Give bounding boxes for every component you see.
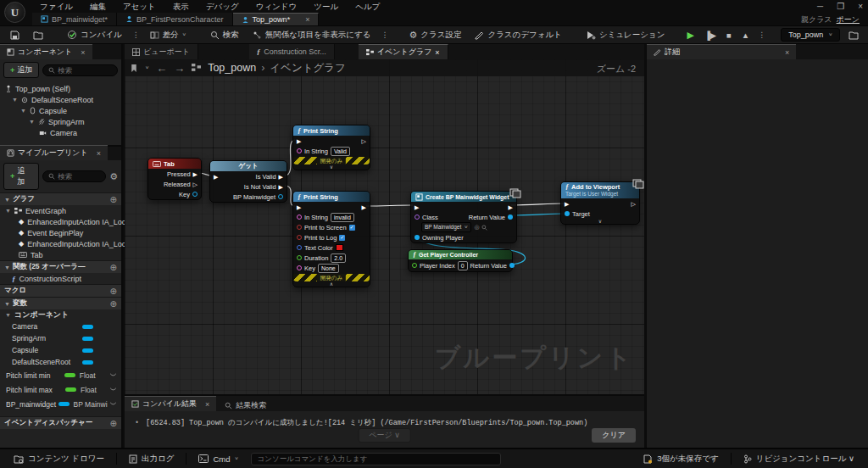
- menu-help[interactable]: ヘルプ: [348, 0, 387, 13]
- browse-debug-button[interactable]: [843, 29, 864, 42]
- int-pin[interactable]: [412, 263, 417, 268]
- node-print-string-valid[interactable]: ƒ Print String ▶▷ In StringValid 開発のみ ∨: [292, 125, 370, 170]
- return-value-pin[interactable]: [508, 214, 513, 220]
- myblueprint-search[interactable]: [42, 170, 106, 182]
- string-pin[interactable]: [297, 214, 302, 220]
- object-pin[interactable]: [278, 194, 283, 199]
- class-settings-button[interactable]: ⚙ クラス設定: [403, 28, 466, 42]
- maximize-button[interactable]: ❐: [837, 2, 844, 11]
- tab-viewport[interactable]: ビューポート: [125, 44, 198, 59]
- tab-components[interactable]: コンポーネント ×: [0, 44, 92, 59]
- variable-capsule[interactable]: Capsule: [0, 344, 121, 356]
- return-value-pin[interactable]: [509, 263, 515, 268]
- save-button[interactable]: [5, 29, 25, 42]
- nav-forward-button[interactable]: →: [174, 62, 185, 75]
- browse-icon[interactable]: [481, 225, 487, 231]
- node-print-string-invalid[interactable]: ƒ Print String ▶▶ In Stringinvalid Print…: [292, 191, 370, 287]
- class-defaults-button[interactable]: クラスのデフォルト: [470, 28, 567, 42]
- compile-button[interactable]: コンパイル: [62, 28, 127, 42]
- variable-bp-mainwidget[interactable]: BP_mainwidget BP Mainwi: [0, 397, 121, 411]
- bool-pin[interactable]: [297, 225, 302, 230]
- add-macro-icon[interactable]: ⊕: [110, 287, 117, 296]
- myblueprint-search-input[interactable]: [58, 172, 100, 181]
- add-function-icon[interactable]: ⊕: [110, 263, 117, 272]
- close-icon[interactable]: ×: [81, 48, 85, 57]
- minimize-button[interactable]: ─: [817, 2, 823, 11]
- play-options-kebab[interactable]: ⋮: [756, 31, 767, 39]
- result-search[interactable]: 結果検索: [216, 400, 275, 411]
- exec-pin[interactable]: ▶: [279, 184, 283, 190]
- components-search-input[interactable]: [58, 66, 112, 75]
- parent-class-link[interactable]: ポーン: [837, 15, 860, 24]
- menu-asset[interactable]: アセット: [115, 0, 164, 13]
- variable-defaultsceneroot[interactable]: DefaultSceneRoot: [0, 356, 121, 368]
- exec-in-pin[interactable]: ▶: [297, 138, 301, 144]
- in-string-value[interactable]: Valid: [331, 147, 350, 156]
- exec-out-pin[interactable]: ▷: [362, 138, 366, 144]
- collapse-node-chevron[interactable]: ∧: [293, 281, 370, 287]
- expand-node-chevron[interactable]: ∨: [293, 164, 370, 170]
- graph-item-enhancedinput-1[interactable]: ◆ EnhancedInputAction IA_Look: [0, 216, 121, 227]
- menu-edit[interactable]: 編集: [82, 0, 114, 13]
- diff-button[interactable]: 差分 ∨: [145, 28, 192, 42]
- color-swatch-red[interactable]: [336, 244, 343, 251]
- exec-pin[interactable]: ▶: [279, 174, 283, 180]
- compile-options-kebab[interactable]: ⋮: [131, 31, 142, 39]
- breadcrumb-leaf[interactable]: イベントグラフ: [270, 61, 346, 75]
- chevron-down-icon[interactable]: ∨: [145, 65, 149, 70]
- exec-in-pin[interactable]: ▶: [214, 174, 218, 180]
- tree-item-defaultsceneroot[interactable]: ▼ DefaultSceneRoot: [0, 94, 121, 105]
- tree-item-camera[interactable]: Camera: [0, 127, 121, 138]
- class-select-dropdown[interactable]: BP Mainwidget∨: [421, 222, 471, 232]
- console-command-input[interactable]: [251, 453, 501, 465]
- expand-node-chevron[interactable]: ∨: [561, 219, 639, 224]
- expand-arrow-icon[interactable]: ▼: [20, 108, 26, 114]
- graph-item-enhancedinput-2[interactable]: ◆ EnhancedInputAction IA_Look: [0, 238, 121, 249]
- node-create-widget[interactable]: Create BP Mainwidget Widget ▶▶ Class Ret…: [410, 191, 517, 243]
- revision-control-button[interactable]: リビジョンコントロール ∨: [737, 451, 861, 467]
- bookmark-icon[interactable]: [130, 64, 138, 73]
- eye-closed-icon[interactable]: [109, 387, 117, 392]
- tab-compile-results[interactable]: コンパイル結果 ×: [125, 396, 216, 411]
- key-pin[interactable]: [192, 192, 198, 197]
- expand-arrow-icon[interactable]: ▼: [29, 119, 35, 125]
- browse-asset-button[interactable]: [28, 29, 48, 42]
- target-pin[interactable]: [565, 211, 570, 216]
- expand-arrow-icon[interactable]: ▼: [5, 312, 11, 318]
- menu-tools[interactable]: ツール: [306, 0, 346, 13]
- variable-springarm[interactable]: SpringArm: [0, 332, 121, 344]
- exec-in-pin[interactable]: ▶: [565, 201, 569, 207]
- unsaved-button[interactable]: 3個が未保存です: [637, 451, 725, 467]
- add-graph-icon[interactable]: ⊕: [110, 195, 117, 204]
- node-get-isvalid-macro[interactable]: ゲット ▶ Is Valid▶ Is Not Valid▶ BP Mainwid…: [209, 160, 287, 203]
- name-pin[interactable]: [297, 265, 302, 270]
- menu-view[interactable]: 表示: [165, 0, 197, 13]
- add-dispatcher-icon[interactable]: ⊕: [110, 419, 117, 428]
- add-component-button[interactable]: + 追加: [3, 62, 39, 78]
- pager-button[interactable]: ページ ∨: [358, 428, 411, 443]
- menu-window[interactable]: ウィンドウ: [248, 0, 305, 13]
- player-index-value[interactable]: 0: [458, 261, 468, 270]
- menu-file[interactable]: ファイル: [32, 0, 81, 13]
- hide-unrelated-kebab[interactable]: ⋮: [379, 31, 390, 39]
- duration-value[interactable]: 2.0: [331, 254, 346, 263]
- exec-pin[interactable]: ▷: [193, 181, 198, 187]
- key-value[interactable]: None: [318, 264, 339, 273]
- expand-arrow-icon[interactable]: ▼: [5, 208, 11, 214]
- asset-tab-bp-mainwidget[interactable]: BP_mainwidget*: [32, 13, 117, 25]
- float-pin[interactable]: [297, 255, 302, 260]
- color-pin[interactable]: [297, 245, 302, 250]
- add-blueprint-item-button[interactable]: + 追加: [3, 163, 39, 190]
- close-icon[interactable]: ×: [205, 400, 209, 409]
- tree-item-capsule[interactable]: ▼ Capsule: [0, 105, 121, 116]
- expand-arrow-icon[interactable]: ▼: [12, 97, 18, 103]
- close-icon[interactable]: ×: [435, 48, 439, 57]
- variable-camera[interactable]: Camera: [0, 320, 121, 332]
- exec-in-pin[interactable]: ▶: [415, 204, 419, 210]
- asset-tab-bp-firstpersoncharacter[interactable]: BP_FirstPersonCharacter: [117, 13, 233, 25]
- section-variables[interactable]: ▼ 変数 ⊕: [0, 297, 121, 309]
- owning-player-pin[interactable]: [415, 235, 420, 240]
- tab-my-blueprint[interactable]: マイブループリント ×: [0, 145, 108, 160]
- log-line[interactable]: [6524.83] Top_pown のコンパイルに成功しました![214 ミリ…: [146, 419, 587, 427]
- tab-construction-script[interactable]: ƒ Construction Scr...: [249, 44, 335, 59]
